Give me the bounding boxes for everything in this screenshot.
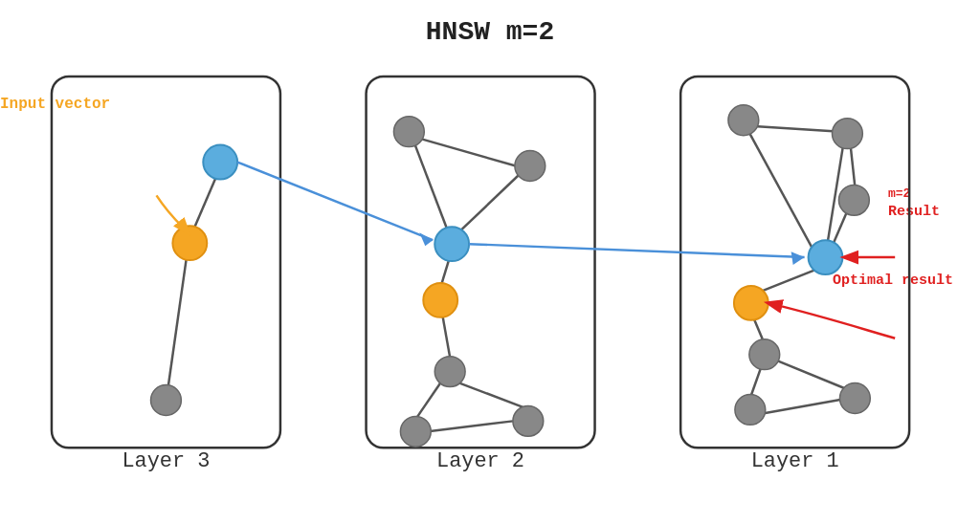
l1-edge-tl-blue <box>749 133 813 248</box>
l1-gray-mr <box>838 185 869 215</box>
l2-gray-node-tr <box>515 151 546 182</box>
l2-edge-mid-br <box>459 383 524 408</box>
l2-blue-node <box>434 227 469 261</box>
l3-orange-node <box>172 226 207 260</box>
layer2-label: Layer 2 <box>436 449 524 473</box>
l1-gray-tl <box>728 105 759 136</box>
layer3-label: Layer 3 <box>122 449 210 473</box>
l3-blue-node <box>203 145 237 180</box>
l2-edge-orange-mid <box>442 315 450 358</box>
l3-edge-orange-gray <box>167 254 187 388</box>
l1-edge-mid-lower <box>751 366 762 396</box>
l1-edge-lower-lr <box>763 398 849 413</box>
l2-gray-bl <box>400 416 431 447</box>
l2-edge-tr-blue <box>459 169 524 231</box>
inter-arrow-l2-l1 <box>469 244 805 257</box>
l1-edge-tl-tr <box>750 126 841 132</box>
l1-gray-lower <box>735 394 766 425</box>
inter-arrow-l2-l1-head <box>791 251 805 265</box>
inter-arrow-l3-l2-head <box>419 232 433 246</box>
l2-edge-tl-tr <box>415 138 523 168</box>
l1-blue-result-node <box>809 240 843 274</box>
diagram-container: Layer 3 Layer 2 Layer 1 <box>38 57 942 505</box>
l2-gray-br <box>513 405 544 436</box>
l1-edge-blue-orange <box>761 269 818 292</box>
main-title: HNSW m=2 <box>426 17 554 47</box>
l1-edge-mid-lr <box>776 360 851 391</box>
l1-edge-tr-mr <box>850 143 855 187</box>
orange-input-arrow <box>156 195 188 232</box>
l1-gray-lr <box>839 383 870 414</box>
l2-edge-mid-bl <box>415 383 440 420</box>
l2-gray-mid <box>434 357 465 387</box>
l1-gray-mid <box>749 339 780 370</box>
layer1-label: Layer 1 <box>751 449 839 473</box>
l3-gray-node-bottom <box>151 385 182 416</box>
l1-orange-node <box>734 286 768 320</box>
l3-edge-blue-orange <box>192 171 218 231</box>
l2-edge-bl-br <box>428 421 513 431</box>
red-arrow-optimal <box>768 303 895 338</box>
inter-arrow-l3-l2 <box>237 163 433 241</box>
l1-gray-tr <box>832 119 862 149</box>
l2-orange-node <box>423 283 457 317</box>
l2-edge-tl-blue <box>414 144 448 232</box>
l2-gray-node-tl <box>393 117 424 147</box>
